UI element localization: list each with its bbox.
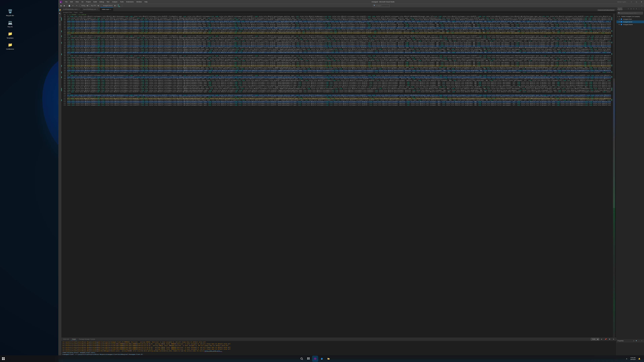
maximize-button[interactable]: □ bbox=[634, 0, 639, 4]
se-filter-btn[interactable]: ⊞ bbox=[630, 8, 632, 10]
tab-package-manager[interactable]: Package Manager Console bbox=[78, 338, 96, 341]
taskbar-clock[interactable]: 9:54 AM 4/8/2024 bbox=[630, 357, 636, 361]
github-copilot-label: GitHub Copilot ⌄ bbox=[617, 1, 628, 3]
tree-item-shared[interactable]: ▶ 🔷 mooqpad.Shared bbox=[616, 23, 644, 26]
breadcrumb-pages[interactable]: Pages bbox=[74, 11, 78, 13]
vertical-scrollbar[interactable] bbox=[615, 14, 616, 338]
se-collapse-btn[interactable]: ⊟ bbox=[632, 8, 635, 10]
output-pin-btn[interactable]: 📌 bbox=[604, 338, 607, 341]
client-label: mooqpad.Client bbox=[623, 18, 632, 20]
prop-icon-btn-1[interactable]: ⊞ bbox=[632, 340, 635, 342]
taskbar-edge[interactable] bbox=[319, 356, 325, 362]
activity-extensions[interactable]: ⬛ bbox=[58, 23, 61, 26]
minimap-slider[interactable] bbox=[613, 78, 615, 208]
toolbar-more[interactable]: ⋯ bbox=[640, 4, 643, 7]
menu-debug[interactable]: Debug bbox=[98, 0, 105, 4]
title-bar: ▲ File Edit View Git Project Build Debug… bbox=[58, 0, 644, 4]
menu-project[interactable]: Project bbox=[85, 0, 92, 4]
svg-rect-12 bbox=[307, 359, 308, 360]
svg-marker-14 bbox=[314, 358, 316, 360]
target-dropdown[interactable]: mooqpad.Server bbox=[101, 4, 116, 7]
output-close-btn[interactable]: ✕ bbox=[612, 338, 615, 341]
se-close-btn[interactable]: ✕ bbox=[641, 8, 643, 10]
templates-icon: 📁 bbox=[8, 31, 13, 36]
tab-index[interactable]: Index.razor ✕ bbox=[100, 7, 113, 11]
taskbar-search[interactable] bbox=[299, 356, 305, 362]
menu-analyze[interactable]: Analyze bbox=[111, 0, 119, 4]
config-dropdown[interactable]: Debug bbox=[80, 4, 89, 7]
platform-dropdown[interactable]: Any CPU bbox=[89, 4, 100, 7]
desktop-icon-recycle-bin[interactable]: 🗑️ Recycle Bin bbox=[3, 7, 17, 18]
tab-error-list[interactable]: Error List bbox=[62, 338, 70, 341]
menu-extensions[interactable]: Extensions bbox=[125, 0, 135, 4]
separator-4 bbox=[117, 4, 117, 7]
taskbar-notification[interactable]: 🔔 bbox=[636, 356, 642, 362]
title-bar-center: mooqpad - Microsoft Visual Studio bbox=[149, 1, 617, 3]
undo-button[interactable]: ↩ bbox=[71, 4, 75, 7]
taskbar-task-view[interactable] bbox=[306, 356, 312, 362]
breadcrumb-client[interactable]: mooqpad.Client bbox=[63, 11, 72, 13]
editor-area: ScaffoldedIndex.razor ✕ launchSettings.j… bbox=[62, 7, 616, 359]
tree-item-server[interactable]: ▶ 🔷 mooqpad.Server bbox=[616, 20, 644, 23]
se-minimize-btn[interactable]: — bbox=[638, 8, 640, 10]
back-button[interactable]: ◀ bbox=[59, 4, 62, 7]
prop-icon-btn-2[interactable]: 🔍 bbox=[635, 340, 638, 342]
tab-index-close[interactable]: ✕ bbox=[110, 8, 111, 10]
forward-button[interactable]: ▶ bbox=[63, 4, 66, 7]
desktop-icon-this-pc[interactable]: 💻 This PC bbox=[3, 18, 17, 29]
tab-index-label: Index.razor bbox=[102, 8, 109, 10]
output-clear-btn[interactable]: ⊘ bbox=[600, 338, 603, 341]
activity-explorer[interactable]: 📁 bbox=[58, 8, 61, 11]
close-button[interactable]: ✕ bbox=[639, 0, 644, 4]
desktop-icon-templates[interactable]: 📁 Templates bbox=[3, 30, 17, 40]
menu-tools[interactable]: Tools bbox=[119, 0, 125, 4]
run-button[interactable]: ▶ http: bbox=[118, 4, 121, 7]
tab-output[interactable]: Output bbox=[71, 338, 77, 341]
redo-button[interactable]: ↪ bbox=[75, 4, 78, 7]
menu-help[interactable]: Help bbox=[143, 0, 149, 4]
tree-item-solution[interactable]: ▼ ⊞ Solution 'mooqpad' (3 of 3 projects) bbox=[616, 15, 644, 18]
solution-search-box[interactable]: 🔍 Search Solution Explorer (Ctrl+;) bbox=[618, 12, 643, 14]
breadcrumb-sep-2: › bbox=[78, 11, 79, 13]
output-settings-btn[interactable]: ⚙ bbox=[608, 338, 611, 341]
se-settings-btn[interactable]: ⚙ bbox=[635, 8, 638, 10]
menu-edit[interactable]: Edit bbox=[69, 0, 74, 4]
start-button[interactable] bbox=[0, 355, 7, 362]
minimize-button[interactable]: ─ bbox=[629, 0, 634, 4]
tab-scaffolded-close[interactable]: ✕ bbox=[78, 8, 80, 10]
server-project-icon: 🔷 bbox=[620, 21, 622, 23]
menu-git[interactable]: Git bbox=[80, 0, 85, 4]
tree-item-client[interactable]: ▶ 🔷 mooqpad.Client bbox=[616, 18, 644, 20]
taskbar-vscode[interactable] bbox=[312, 356, 318, 362]
client-project-icon: 🔷 bbox=[620, 18, 622, 20]
taskbar: ∧ 9:54 AM 4/8/2024 🔔 bbox=[0, 355, 644, 362]
prop-close-x-btn[interactable]: ✕ bbox=[641, 340, 643, 342]
menu-window[interactable]: Window bbox=[135, 0, 143, 4]
menu-test[interactable]: Test bbox=[105, 0, 111, 4]
output-source-dropdown[interactable]: Build bbox=[591, 338, 599, 341]
breadcrumb-index[interactable]: Index bbox=[80, 11, 83, 13]
save-button[interactable]: 💾 bbox=[68, 4, 71, 7]
menu-build[interactable]: Build bbox=[92, 0, 98, 4]
conference-icon: 📁 bbox=[8, 42, 13, 48]
menu-file[interactable]: File bbox=[64, 0, 69, 4]
window-title: mooqpad - Microsoft Visual Studio bbox=[372, 1, 394, 3]
svg-text:▲: ▲ bbox=[60, 1, 62, 3]
window-controls: ─ □ ✕ bbox=[629, 0, 644, 4]
menu-view[interactable]: View bbox=[74, 0, 80, 4]
activity-git[interactable]: ⎇ bbox=[58, 16, 61, 18]
se-sync-btn[interactable]: ⟳ bbox=[627, 8, 630, 10]
tab-settings[interactable]: launchSettings.json ✕ bbox=[82, 7, 100, 11]
prop-close-btn[interactable]: — bbox=[638, 340, 640, 342]
taskbar-system-tray[interactable]: ∧ bbox=[624, 356, 630, 362]
desktop-icon-conference[interactable]: 📁 Conference bbox=[3, 41, 17, 51]
activity-debug[interactable]: ▷ bbox=[58, 19, 61, 22]
minimap[interactable] bbox=[613, 14, 615, 338]
tab-scaffolded[interactable]: ScaffoldedIndex.razor ✕ bbox=[62, 7, 82, 11]
taskbar-explorer[interactable] bbox=[326, 356, 332, 362]
activity-search[interactable]: 🔍 bbox=[58, 12, 61, 15]
search-input[interactable] bbox=[373, 4, 390, 7]
code-content[interactable]: // 15 IGNORED / 574 SIMILAR ---<ul <span… bbox=[66, 14, 612, 338]
tab-settings-close[interactable]: ✕ bbox=[97, 8, 98, 10]
output-tab-bar: Error List Output Package Manager Consol… bbox=[62, 338, 616, 341]
